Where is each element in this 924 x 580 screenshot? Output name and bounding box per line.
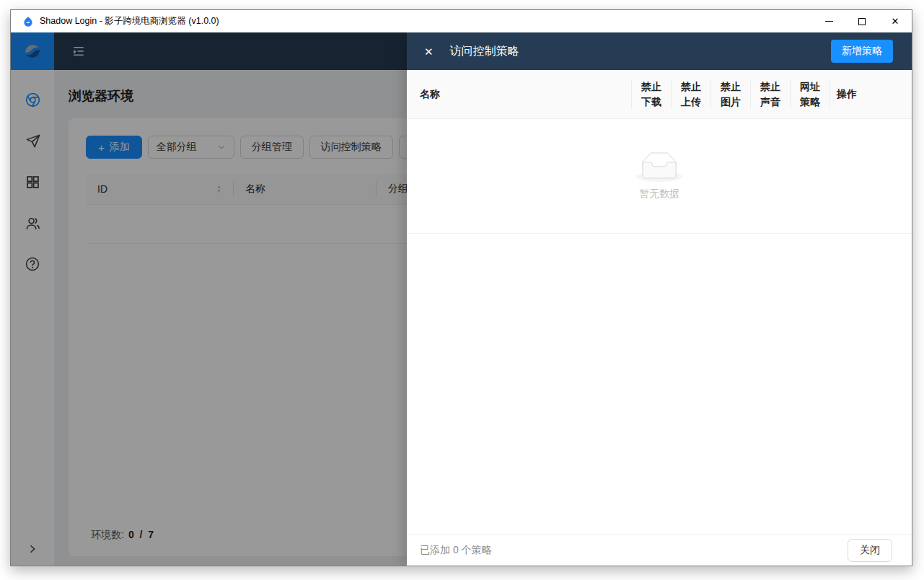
empty-box-icon — [636, 152, 682, 182]
empty-state-text: 暂无数据 — [639, 188, 679, 201]
drawer-footer: 已添加 0 个策略 关闭 — [407, 534, 912, 566]
maximize-button[interactable] — [845, 10, 879, 32]
window-title: Shadow Login - 影子跨境电商浏览器 (v1.0.0) — [40, 15, 219, 27]
policy-table-body: 暂无数据 — [407, 119, 912, 534]
drawer-header: ✕ 访问控制策略 新增策略 — [407, 32, 912, 70]
app-body: 浏览器环境 + 添加 全部分组 分组管理 访问控制策略 — [11, 32, 912, 566]
app-window: Shadow Login - 影子跨境电商浏览器 (v1.0.0) ✕ — [10, 9, 912, 566]
policy-count-text: 已添加 0 个策略 — [420, 544, 492, 557]
minimize-button[interactable] — [812, 10, 845, 32]
policy-column-no-images: 禁止图片 — [711, 79, 750, 110]
maximize-icon — [858, 18, 866, 25]
policy-table-header: 名称 禁止下载 禁止上传 禁止图片 禁止声音 网 — [407, 70, 912, 119]
title-bar: Shadow Login - 影子跨境电商浏览器 (v1.0.0) ✕ — [11, 10, 912, 32]
policy-column-actions: 操作 — [830, 88, 912, 101]
policy-column-url-policy: 网址策略 — [791, 79, 830, 110]
app-logo-icon — [22, 16, 34, 27]
close-icon: ✕ — [892, 16, 899, 27]
add-policy-button[interactable]: 新增策略 — [831, 40, 893, 63]
policy-column-name: 名称 — [407, 88, 631, 101]
drawer-close-icon[interactable]: ✕ — [424, 46, 434, 57]
access-control-drawer: ✕ 访问控制策略 新增策略 名称 禁止下载 禁止上传 禁止图片 — [407, 32, 912, 566]
close-window-button[interactable]: ✕ — [879, 10, 912, 32]
drawer-close-button[interactable]: 关闭 — [848, 539, 892, 562]
policy-column-no-upload: 禁止上传 — [672, 79, 710, 110]
policy-column-no-audio: 禁止声音 — [751, 79, 790, 110]
minimize-icon — [825, 21, 833, 22]
drawer-title: 访问控制策略 — [450, 44, 519, 59]
policy-column-no-download: 禁止下载 — [632, 79, 671, 110]
empty-state: 暂无数据 — [407, 119, 912, 234]
drawer-mask[interactable] — [11, 32, 407, 566]
